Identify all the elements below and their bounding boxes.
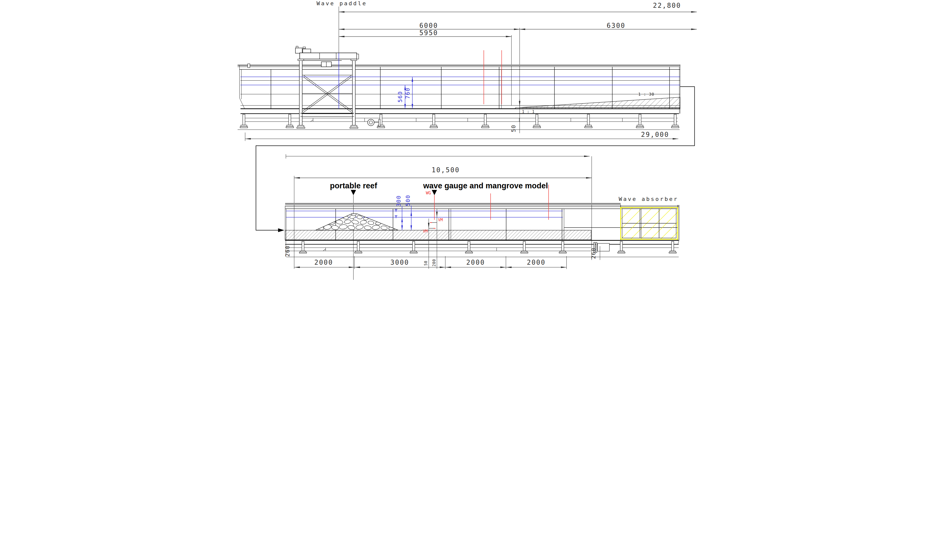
bottom-elevation-view: 10,500 portable reef wave gauge and mang… xyxy=(284,154,679,280)
slope-1-1-label: 1 : 1 xyxy=(522,109,534,114)
dim-50-step: 50 xyxy=(510,124,517,132)
dim-2000-c: 2000 xyxy=(527,259,545,266)
dim-6000: 6000 xyxy=(339,22,519,29)
dim-6300: 6300 xyxy=(519,22,697,29)
understructure-bottom xyxy=(285,244,679,251)
svg-text:560: 560 xyxy=(397,91,403,103)
dim-560: 560 xyxy=(397,85,405,109)
wave-paddle-label: Wave paddle xyxy=(317,0,367,6)
svg-text:29,000: 29,000 xyxy=(641,131,669,138)
svg-text:VM: VM xyxy=(438,218,443,222)
portable-reef xyxy=(316,213,398,231)
svg-text:760: 760 xyxy=(405,87,411,99)
svg-text:6300: 6300 xyxy=(607,22,625,29)
svg-text:VM: VM xyxy=(423,229,427,233)
support-legs-top xyxy=(240,114,679,128)
dim-200-vm: 200 xyxy=(432,259,436,267)
water-level-symbols xyxy=(395,209,397,218)
dim-50-vm: 50 xyxy=(423,261,428,266)
dim-segments: 2000 3000 2000 2000 xyxy=(294,256,567,269)
drawing-sheet: Wave paddle 22,800 6000 6300 5950 xyxy=(232,0,698,280)
svg-text:10,500: 10,500 xyxy=(431,166,460,174)
understructure-top xyxy=(240,114,679,122)
svg-text:5950: 5950 xyxy=(419,29,438,37)
elevated-floor-slab xyxy=(285,230,591,240)
flume-structure-top xyxy=(237,64,680,130)
svg-text:22,800: 22,800 xyxy=(653,2,681,9)
dim-29000: 29,000 xyxy=(245,131,678,141)
svg-text:300: 300 xyxy=(396,195,402,207)
dim-10500: 10,500 xyxy=(294,166,591,178)
dim-260-left: 260 xyxy=(284,240,291,257)
wg-label: WG xyxy=(426,190,431,195)
wave-absorber: Wave absorber xyxy=(619,196,678,239)
wave-absorber-label: Wave absorber xyxy=(619,196,678,202)
dim-2000-a: 2000 xyxy=(314,259,333,266)
svg-text:500: 500 xyxy=(405,195,411,206)
dim-22800: 22,800 xyxy=(339,2,697,12)
wg-marker-icon xyxy=(432,190,437,195)
dim-760: 760 xyxy=(405,77,412,109)
wave-gauge-mangrove-label: wave gauge and mangrove model xyxy=(423,181,548,190)
svg-text:260: 260 xyxy=(590,247,597,259)
svg-text:260: 260 xyxy=(284,245,291,257)
portable-reef-label: portable reef xyxy=(330,181,377,190)
svg-text:6000: 6000 xyxy=(419,22,438,29)
reef-marker-icon xyxy=(351,190,356,195)
dim-300: 300 xyxy=(396,195,402,230)
dim-500: 500 xyxy=(405,195,411,230)
dim-3000: 3000 xyxy=(390,259,409,266)
top-elevation-view: Wave paddle 22,800 6000 6300 5950 xyxy=(237,0,697,141)
dim-2000-b: 2000 xyxy=(466,259,485,266)
support-legs-bottom xyxy=(299,241,676,253)
dim-5950: 5950 xyxy=(339,29,511,37)
wave-paddle-machine xyxy=(248,46,380,128)
wave-flume-drawing: Wave paddle 22,800 6000 6300 5950 xyxy=(232,0,698,280)
slope-1-30-label: 1 : 30 xyxy=(638,92,654,97)
